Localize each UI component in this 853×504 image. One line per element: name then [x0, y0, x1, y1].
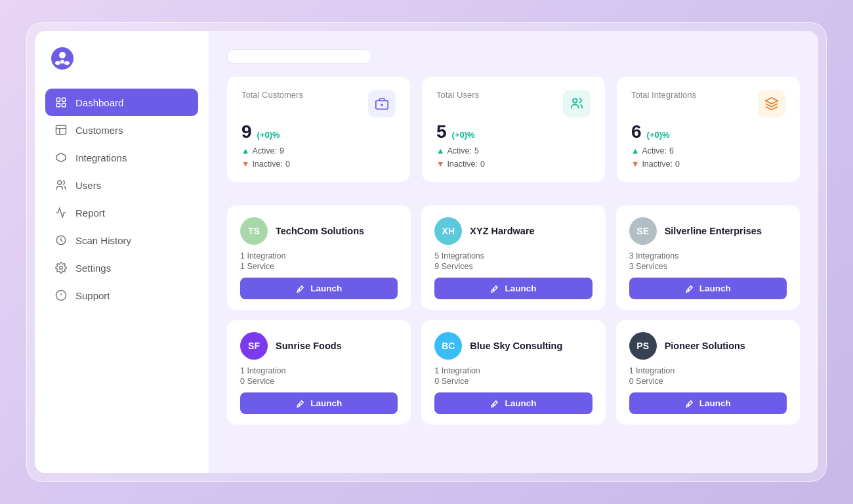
sidebar-logo: [45, 47, 198, 70]
sidebar-item-dashboard[interactable]: Dashboard: [45, 89, 198, 116]
customer-card-pioneer: PS Pioneer Solutions 1 Integration 0 Ser…: [616, 320, 800, 425]
svg-point-27: [688, 404, 688, 405]
customer-services: 3 Services: [629, 262, 787, 271]
customer-header: XH XYZ Hardware: [434, 217, 592, 245]
stat-active: ▲ Active: 9: [241, 146, 396, 156]
customer-name: XYZ Hardware: [470, 226, 534, 236]
support-icon: [54, 289, 68, 302]
stat-inactive: ▼ Inactive: 0: [436, 159, 591, 169]
svg-rect-6: [62, 98, 66, 101]
customer-meta: 5 Integrations 9 Services: [434, 251, 592, 271]
integrations-icon: [54, 151, 68, 164]
outer-frame: Dashboard Customers Integrations Users R…: [26, 22, 827, 482]
stats-row: Total Customers 9 (+0)% ▲ Active: 9 ▼ In…: [227, 77, 800, 182]
down-arrow-icon: ▼: [436, 159, 444, 169]
customer-services: 0 Service: [240, 377, 398, 386]
stat-icon: [368, 90, 396, 117]
svg-point-4: [60, 60, 64, 64]
customer-header: TS TechCom Solutions: [240, 217, 398, 245]
launch-button-pioneer[interactable]: Launch: [629, 392, 787, 414]
svg-rect-8: [62, 104, 66, 107]
sidebar-item-report[interactable]: Report: [45, 199, 198, 226]
customer-header: PS Pioneer Solutions: [629, 332, 787, 360]
customer-name: Blue Sky Consulting: [470, 341, 562, 351]
svg-point-1: [59, 52, 66, 58]
down-arrow-icon: ▼: [631, 159, 639, 169]
nav-items: Dashboard Customers Integrations Users R…: [45, 89, 198, 309]
customer-services: 0 Service: [434, 377, 592, 386]
sidebar-item-label: Support: [75, 290, 110, 301]
active-label: Active:: [642, 146, 667, 156]
rocket-icon: [296, 284, 305, 293]
svg-point-2: [55, 61, 60, 65]
stat-active: ▲ Active: 5: [436, 146, 591, 156]
customer-avatar: SF: [240, 332, 268, 360]
inactive-label: Inactive:: [447, 159, 478, 169]
up-arrow-icon: ▲: [241, 146, 249, 156]
customer-meta: 1 Integration 0 Service: [629, 366, 787, 386]
sidebar-item-label: Integrations: [75, 152, 127, 163]
stat-value-row: 9 (+0)%: [241, 121, 396, 142]
active-value: 9: [280, 146, 284, 156]
sidebar-item-support[interactable]: Support: [45, 282, 198, 309]
rocket-icon: [685, 399, 694, 408]
launch-button-xyz[interactable]: Launch: [434, 278, 592, 299]
svg-point-22: [299, 289, 300, 290]
customer-services: 9 Services: [434, 262, 592, 271]
sidebar-item-settings[interactable]: Settings: [45, 254, 198, 282]
svg-point-23: [493, 289, 494, 290]
stat-active: ▲ Active: 6: [631, 146, 785, 156]
sidebar-item-users[interactable]: Users: [45, 171, 198, 199]
settings-icon: [54, 261, 68, 274]
rocket-icon: [490, 399, 499, 408]
customer-meta: 1 Integration 0 Service: [434, 366, 592, 386]
customer-integrations: 1 Integration: [434, 366, 592, 375]
customer-integrations: 1 Integration: [240, 251, 398, 261]
active-value: 6: [669, 146, 674, 156]
launch-button-sunrise[interactable]: Launch: [240, 392, 398, 414]
stat-number: 9: [241, 121, 252, 142]
up-arrow-icon: ▲: [436, 146, 444, 156]
main-content: Total Customers 9 (+0)% ▲ Active: 9 ▼ In…: [209, 31, 818, 473]
launch-button-silverline[interactable]: Launch: [629, 278, 787, 299]
customer-services: 1 Service: [240, 262, 398, 271]
customer-services: 0 Service: [629, 377, 787, 386]
customer-meta: 1 Integration 0 Service: [240, 366, 398, 386]
customer-integrations: 3 Integrations: [629, 251, 787, 261]
stat-icon: [758, 90, 785, 117]
down-arrow-icon: ▼: [241, 159, 249, 169]
customers-section: TS TechCom Solutions 1 Integration 1 Ser…: [227, 195, 800, 425]
launch-button-techcom[interactable]: Launch: [240, 278, 398, 299]
customer-card-xyz: XH XYZ Hardware 5 Integrations 9 Service…: [421, 205, 605, 310]
scan-history-icon: [54, 234, 68, 247]
sidebar-item-customers[interactable]: Customers: [45, 116, 198, 144]
customer-name: Pioneer Solutions: [665, 341, 745, 351]
svg-rect-5: [56, 98, 60, 101]
sidebar-item-scan-history[interactable]: Scan History: [45, 226, 198, 254]
sidebar-item-integrations[interactable]: Integrations: [45, 144, 198, 171]
active-label: Active:: [447, 146, 472, 156]
sidebar-item-label: Users: [75, 180, 101, 191]
svg-point-12: [58, 180, 62, 184]
stat-change: (+0)%: [647, 130, 670, 140]
sidebar-item-label: Report: [75, 207, 105, 219]
company-selector[interactable]: [227, 49, 371, 64]
inactive-label: Inactive:: [252, 159, 283, 169]
inner-frame: Dashboard Customers Integrations Users R…: [35, 31, 818, 473]
customer-name: TechCom Solutions: [276, 226, 364, 236]
svg-point-26: [493, 404, 494, 405]
customer-avatar: XH: [434, 217, 462, 245]
stat-icon: [563, 90, 591, 117]
rocket-icon: [296, 399, 305, 408]
stat-value-row: 5 (+0)%: [436, 121, 591, 142]
users-icon: [54, 178, 68, 192]
sidebar-item-label: Dashboard: [75, 97, 123, 108]
launch-button-blueconsulting[interactable]: Launch: [434, 392, 592, 414]
up-arrow-icon: ▲: [631, 146, 639, 156]
stat-inactive: ▼ Inactive: 0: [631, 159, 785, 169]
customer-meta: 3 Integrations 3 Services: [629, 251, 787, 271]
stat-label: Total Customers: [241, 90, 303, 100]
customers-icon: [54, 123, 68, 136]
sidebar-item-label: Scan History: [75, 235, 131, 246]
customer-card-blueconsulting: BC Blue Sky Consulting 1 Integration 0 S…: [421, 320, 605, 425]
